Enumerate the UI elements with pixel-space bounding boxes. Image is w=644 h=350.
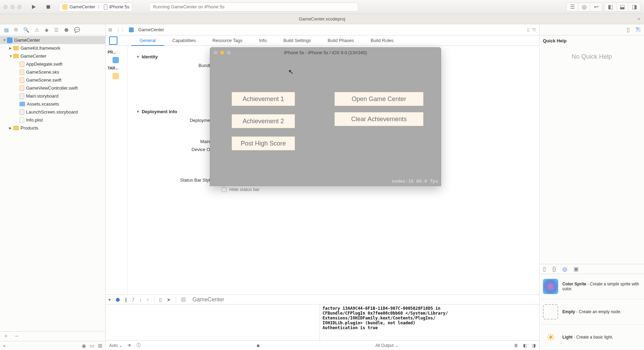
debug-navigator-icon[interactable]: ☰ [54,27,59,33]
clear-achievements-button[interactable]: Clear Achievements [335,112,423,126]
object-library[interactable]: Color Sprite - Create a simple sprite wi… [539,274,644,350]
stop-button[interactable] [42,3,54,11]
project-target-list[interactable]: PR... TAR... [106,46,128,294]
target-list-item[interactable] [106,72,127,81]
scheme-selector[interactable]: GameCenter 〉 iPhone 5s [59,2,132,11]
project-list-item[interactable] [106,56,127,65]
help-icon[interactable]: ?⃝ [532,27,536,32]
tab-general[interactable]: General [131,36,164,46]
tab-build-rules[interactable]: Build Rules [362,36,402,45]
add-button[interactable]: + [4,333,8,340]
left-pane-toggle-icon[interactable]: ◧ [523,343,527,348]
tree-item-file[interactable]: Main.storyboard [0,92,105,100]
tab-build-phases[interactable]: Build Phases [319,36,362,45]
assistant-editor-icon[interactable]: ◎ [578,3,590,11]
add-tab-button[interactable]: + [637,16,641,22]
library-item-color-sprite[interactable]: Color Sprite - Create a simple sprite wi… [539,274,644,299]
version-editor-icon[interactable]: ↩ [590,3,602,11]
quick-help-inspector-icon[interactable]: ?⃝ [635,27,641,33]
jump-bar[interactable]: ⊞ 〈 〉 GameCenter ▯ ?⃝ [106,24,539,35]
run-button[interactable] [28,3,40,11]
disclosure-triangle-icon[interactable]: ▼ [9,54,13,58]
zoom-dot[interactable] [17,5,22,9]
right-panel-toggle-icon[interactable]: ◨ [628,3,640,11]
debug-view-icon[interactable]: ▯ [159,297,162,302]
filter-icon[interactable]: ◉ [256,343,260,348]
hide-debug-icon[interactable]: ▾ [108,297,111,302]
step-into-icon[interactable]: ↓ [139,297,142,302]
tab-resource-tags[interactable]: Resource Tags [204,36,250,45]
simulator-titlebar[interactable]: iPhone 5s - iPhone 5s / iOS 9.0 (13A340) [210,48,441,57]
jump-bar-crumb[interactable]: GameCenter [138,27,164,32]
debug-process-name[interactable]: GameCenter [192,297,224,303]
tree-item-file[interactable]: AppDelegate.swift [0,60,105,68]
simulator-screen[interactable]: Achievement 1 Achievement 2 Post High Sc… [210,57,441,186]
step-over-icon[interactable]: ⤴ [132,297,134,302]
remove-button[interactable]: − [15,333,19,340]
find-navigator-icon[interactable]: 🔍 [23,27,29,33]
post-high-score-button[interactable]: Post High Score [232,136,295,150]
tree-item-file[interactable]: GameScene.sks [0,68,105,76]
filter-icon[interactable]: ⊠ [98,343,102,349]
project-tree[interactable]: ▼ GameCenter ▶ GameKit.framework ▼ GameC… [0,35,105,331]
test-navigator-icon[interactable]: ◆ [45,27,49,33]
tab-build-settings[interactable]: Build Settings [275,36,320,45]
document-icon[interactable]: ▯ [527,27,529,32]
console-filter-select[interactable]: All Output⌄ [375,343,398,348]
checkbox-icon[interactable] [222,187,226,192]
quicklook-icon[interactable]: 👁 [127,343,132,348]
trash-icon[interactable]: 🗑 [514,343,518,348]
bottom-panel-toggle-icon[interactable]: ⬓ [617,3,628,11]
tab-info[interactable]: Info [251,36,275,45]
object-library-icon[interactable]: ◎ [562,266,567,272]
pause-icon[interactable]: ‖ [125,297,127,302]
print-description-icon[interactable]: ⓘ [137,342,141,348]
step-out-icon[interactable]: ↑ [147,297,149,302]
symbol-navigator-icon[interactable]: ⧉ [14,27,18,33]
tree-item-file[interactable]: GameScene.swift [0,76,105,84]
achievement-2-button[interactable]: Achievement 2 [232,114,295,128]
tree-item-group[interactable]: ▼ GameCenter [0,52,105,60]
variables-view[interactable] [106,305,320,340]
tree-item-file[interactable]: LaunchScreen.storyboard [0,108,105,116]
project-target-toggle-icon[interactable] [109,36,117,45]
forward-button[interactable]: 〉 [122,27,126,33]
library-item-light[interactable]: ☀ Light - Create a basic light. [539,325,644,350]
tree-item-file[interactable]: Assets.xcassets [0,100,105,108]
add-files-button[interactable]: + [3,343,6,349]
file-template-library-icon[interactable]: ▯ [543,266,546,272]
report-navigator-icon[interactable]: 💬 [74,27,80,33]
related-items-icon[interactable]: ⊞ [108,27,112,32]
console-output[interactable]: factory 13AA9C44-6F1B-11D4-907C-0005028F… [320,305,539,340]
achievement-1-button[interactable]: Achievement 1 [232,92,295,106]
open-game-center-button[interactable]: Open Game Center [335,92,423,106]
tree-item-file[interactable]: Info.plist [0,116,105,124]
project-navigator-icon[interactable]: ▤ [4,27,9,33]
close-dot[interactable] [3,5,8,9]
filter-recent-icon[interactable]: ◉ [82,343,86,349]
library-item-empty[interactable]: Empty - Create an empty node. [539,299,644,325]
disclosure-triangle-icon[interactable]: ▼ [3,38,7,42]
tree-item-file[interactable]: GameViewController.swift [0,84,105,92]
project-root[interactable]: ▼ GameCenter [0,36,105,44]
filter-scm-icon[interactable]: ▭ [90,343,94,349]
variables-filter-select[interactable]: Auto⌄ [109,343,123,348]
location-icon[interactable]: ➤ [167,297,171,302]
media-library-icon[interactable]: ▣ [573,266,579,272]
tree-item-framework[interactable]: ▶ GameKit.framework [0,44,105,52]
breakpoint-navigator-icon[interactable]: ⬣ [64,27,68,33]
tree-item-group[interactable]: ▶ Products [0,124,105,132]
file-inspector-icon[interactable]: ▯ [627,26,630,33]
minimize-dot[interactable] [10,5,15,9]
disclosure-triangle-icon[interactable]: ▶ [9,126,13,130]
breakpoints-toggle-icon[interactable]: ⬢ [116,297,120,302]
issue-navigator-icon[interactable]: ⚠ [35,27,39,33]
tab-capabilities[interactable]: Capabilities [164,36,204,45]
disclosure-triangle-icon[interactable]: ▶ [9,46,13,50]
code-snippet-library-icon[interactable]: {} [552,266,556,272]
hide-status-bar-checkbox[interactable]: Hide status bar [222,187,531,192]
project-tab-title[interactable]: GameCenter.xcodeproj [299,16,345,22]
standard-editor-icon[interactable]: ☰ [567,3,578,11]
ios-simulator-window[interactable]: iPhone 5s - iPhone 5s / iOS 9.0 (13A340)… [210,47,441,186]
left-panel-toggle-icon[interactable]: ◧ [605,3,617,11]
